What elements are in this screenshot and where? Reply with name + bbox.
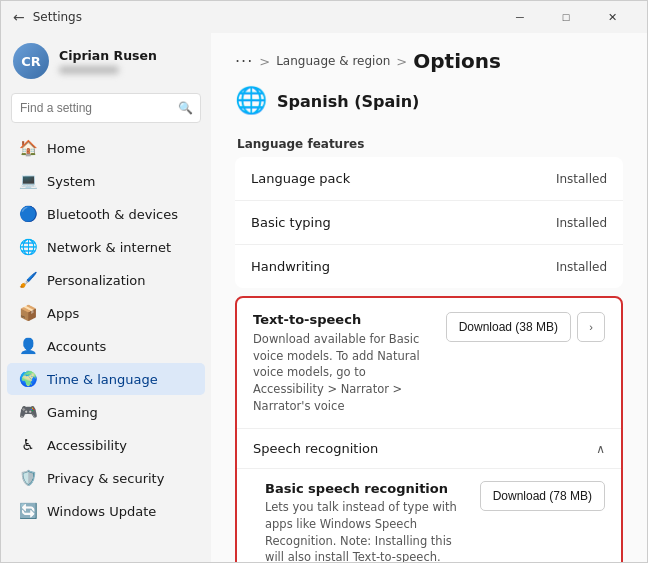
system-icon: 💻 xyxy=(19,172,37,190)
features-card: Language pack Installed Basic typing Ins… xyxy=(235,157,623,288)
avatar: CR xyxy=(13,43,49,79)
user-detail-blur xyxy=(59,66,119,74)
minimize-button[interactable]: ─ xyxy=(497,1,543,33)
feature-name-0: Language pack xyxy=(251,171,350,186)
basic-speech-info: Basic speech recognition Lets you talk i… xyxy=(265,481,468,562)
speech-recognition-title: Speech recognition xyxy=(253,441,378,456)
basic-speech-desc: Lets you talk instead of type with apps … xyxy=(265,499,468,562)
privacy-label: Privacy & security xyxy=(47,471,164,486)
speech-recognition-header[interactable]: Speech recognition ∧ xyxy=(237,429,621,468)
apps-label: Apps xyxy=(47,306,79,321)
accounts-label: Accounts xyxy=(47,339,106,354)
sidebar-item-gaming[interactable]: 🎮 Gaming xyxy=(7,396,205,428)
breadcrumb-sep2: > xyxy=(396,54,407,69)
tts-row: Text-to-speech Download available for Ba… xyxy=(237,298,621,429)
settings-window: ← Settings ─ □ ✕ CR Ciprian Rusen 🔍 xyxy=(0,0,648,563)
breadcrumb-sep1: > xyxy=(259,54,270,69)
feature-status-2: Installed xyxy=(556,260,607,274)
feature-name-2: Handwriting xyxy=(251,259,330,274)
feature-status-0: Installed xyxy=(556,172,607,186)
tts-chevron-button[interactable]: › xyxy=(577,312,605,342)
page-title: Spanish (Spain) xyxy=(277,92,419,111)
network-label: Network & internet xyxy=(47,240,171,255)
windows-update-label: Windows Update xyxy=(47,504,156,519)
tts-info: Text-to-speech Download available for Ba… xyxy=(253,312,434,414)
titlebar-left: ← Settings xyxy=(13,9,82,25)
basic-speech-download-button[interactable]: Download (78 MB) xyxy=(480,481,605,511)
tts-chevron-icon: › xyxy=(589,321,593,333)
maximize-button[interactable]: □ xyxy=(543,1,589,33)
apps-icon: 📦 xyxy=(19,304,37,322)
breadcrumb-dots[interactable]: ··· xyxy=(235,52,253,71)
accessibility-label: Accessibility xyxy=(47,438,127,453)
sidebar: CR Ciprian Rusen 🔍 🏠 Home 💻 System 🔵 Blu… xyxy=(1,33,211,562)
language-icon: 🌐 xyxy=(235,85,267,117)
sidebar-item-privacy[interactable]: 🛡️ Privacy & security xyxy=(7,462,205,494)
window-title: Settings xyxy=(33,10,82,24)
breadcrumb-current: Options xyxy=(413,49,501,73)
back-icon[interactable]: ← xyxy=(13,9,25,25)
tts-title: Text-to-speech xyxy=(253,312,434,327)
main-content: CR Ciprian Rusen 🔍 🏠 Home 💻 System 🔵 Blu… xyxy=(1,33,647,562)
feature-row-1: Basic typing Installed xyxy=(235,201,623,245)
close-button[interactable]: ✕ xyxy=(589,1,635,33)
network-icon: 🌐 xyxy=(19,238,37,256)
sidebar-item-windows-update[interactable]: 🔄 Windows Update xyxy=(7,495,205,527)
nav-list: 🏠 Home 💻 System 🔵 Bluetooth & devices 🌐 … xyxy=(1,131,211,528)
feature-name-1: Basic typing xyxy=(251,215,331,230)
gaming-icon: 🎮 xyxy=(19,403,37,421)
home-label: Home xyxy=(47,141,85,156)
titlebar: ← Settings ─ □ ✕ xyxy=(1,1,647,33)
windows-update-icon: 🔄 xyxy=(19,502,37,520)
accessibility-icon: ♿ xyxy=(19,436,37,454)
feature-row-2: Handwriting Installed xyxy=(235,245,623,288)
page-title-row: 🌐 Spanish (Spain) xyxy=(235,85,623,117)
main-panel: ··· > Language & region > Options 🌐 Span… xyxy=(211,33,647,562)
search-icon: 🔍 xyxy=(178,101,193,115)
bluetooth-label: Bluetooth & devices xyxy=(47,207,178,222)
accounts-icon: 👤 xyxy=(19,337,37,355)
sidebar-item-network[interactable]: 🌐 Network & internet xyxy=(7,231,205,263)
basic-speech-title: Basic speech recognition xyxy=(265,481,468,496)
system-label: System xyxy=(47,174,95,189)
section-label: Language features xyxy=(235,137,623,151)
breadcrumb: ··· > Language & region > Options xyxy=(235,49,623,73)
tts-desc: Download available for Basic voice model… xyxy=(253,331,434,414)
tts-download-button[interactable]: Download (38 MB) xyxy=(446,312,571,342)
bluetooth-icon: 🔵 xyxy=(19,205,37,223)
feature-row-0: Language pack Installed xyxy=(235,157,623,201)
highlighted-section: Text-to-speech Download available for Ba… xyxy=(235,296,623,562)
personalization-label: Personalization xyxy=(47,273,146,288)
user-name: Ciprian Rusen xyxy=(59,48,157,63)
sidebar-item-personalization[interactable]: 🖌️ Personalization xyxy=(7,264,205,296)
titlebar-controls: ─ □ ✕ xyxy=(497,1,635,33)
sidebar-item-bluetooth[interactable]: 🔵 Bluetooth & devices xyxy=(7,198,205,230)
sidebar-item-system[interactable]: 💻 System xyxy=(7,165,205,197)
sidebar-item-apps[interactable]: 📦 Apps xyxy=(7,297,205,329)
time-language-label: Time & language xyxy=(47,372,158,387)
speech-recognition-chevron-icon: ∧ xyxy=(596,442,605,456)
feature-status-1: Installed xyxy=(556,216,607,230)
time-language-icon: 🌍 xyxy=(19,370,37,388)
gaming-label: Gaming xyxy=(47,405,98,420)
privacy-icon: 🛡️ xyxy=(19,469,37,487)
home-icon: 🏠 xyxy=(19,139,37,157)
sidebar-item-time-language[interactable]: 🌍 Time & language xyxy=(7,363,205,395)
sidebar-item-accounts[interactable]: 👤 Accounts xyxy=(7,330,205,362)
basic-speech-action: Download (78 MB) xyxy=(480,481,605,511)
personalization-icon: 🖌️ xyxy=(19,271,37,289)
breadcrumb-lang-link[interactable]: Language & region xyxy=(276,54,390,68)
basic-speech-item: Basic speech recognition Lets you talk i… xyxy=(237,468,621,562)
sidebar-item-home[interactable]: 🏠 Home xyxy=(7,132,205,164)
search-input[interactable] xyxy=(11,93,201,123)
user-section: CR Ciprian Rusen xyxy=(1,33,211,89)
tts-actions: Download (38 MB) › xyxy=(446,312,605,342)
search-box: 🔍 xyxy=(11,93,201,123)
sidebar-item-accessibility[interactable]: ♿ Accessibility xyxy=(7,429,205,461)
